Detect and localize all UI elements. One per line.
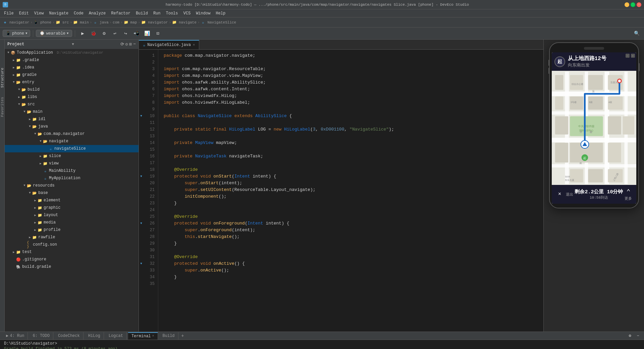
fold-onstart-icon[interactable]: ▼ <box>139 173 144 180</box>
tab-todo[interactable]: 6: TODO <box>29 332 53 340</box>
menu-navigate[interactable]: Navigate <box>46 10 71 16</box>
menu-tools[interactable]: Tools <box>163 10 181 16</box>
tab-terminal[interactable]: Terminal × <box>128 332 158 340</box>
list-item[interactable]: ▶ 📁 .idea <box>5 64 139 71</box>
breadcrumb-phone[interactable]: 📱 phone <box>34 20 51 25</box>
forward-button[interactable]: ↪ <box>121 29 130 38</box>
list-item[interactable]: ▼ 📂 base <box>5 189 139 197</box>
minimize-button[interactable]: − <box>625 2 629 7</box>
device-selector[interactable]: 📱 phone ▼ <box>3 30 30 37</box>
settings-button[interactable]: ⚙ <box>99 29 109 38</box>
breadcrumb-navigateslice[interactable]: ☕ NavigateSlice <box>201 20 236 25</box>
menu-code[interactable]: Code <box>71 10 86 16</box>
list-item[interactable]: ▶ 📁 test <box>5 248 139 256</box>
list-item[interactable]: ▼ 📂 src <box>5 101 139 108</box>
split-button[interactable]: ⊡ <box>153 29 162 38</box>
list-item[interactable]: ▼ 📂 resourcds <box>5 182 139 189</box>
list-item[interactable]: ▶ 🐘 build.gradle <box>5 263 139 270</box>
list-item[interactable]: ▶ 📁 view <box>5 160 139 167</box>
menu-build[interactable]: Build <box>133 10 151 16</box>
list-item[interactable]: ▼ 📂 main <box>5 108 139 115</box>
gear-icon[interactable]: ⚙ <box>125 42 128 47</box>
menu-analyze[interactable]: Analyze <box>86 10 108 16</box>
menu-edit[interactable]: Edit <box>16 10 32 16</box>
list-item[interactable]: ▶ 📁 .gradle <box>5 56 139 64</box>
breadcrumb-main[interactable]: 📁 main <box>73 20 89 25</box>
tab-build[interactable]: Build <box>159 332 178 340</box>
list-item[interactable]: ▼ 📂 com.map.navigator <box>5 130 139 138</box>
favorites-tab[interactable]: Favorites <box>0 96 5 118</box>
close-button[interactable]: × <box>637 2 641 7</box>
list-item[interactable]: ▶ 🔴 .gitignore <box>5 256 139 263</box>
list-item[interactable]: ▶ 📁 slice <box>5 152 139 160</box>
list-item[interactable]: ▼ 📂 build <box>5 86 139 93</box>
sync-icon[interactable]: ⟳ <box>120 42 124 47</box>
breadcrumb-src[interactable]: 📁 src <box>56 20 69 25</box>
menu-vcs[interactable]: VCS <box>181 10 194 16</box>
list-item[interactable]: ▶ 📁 libs <box>5 93 139 101</box>
tab-hilog[interactable]: HiLog <box>85 332 104 340</box>
search-button[interactable]: 🔍 <box>632 29 641 38</box>
tab-codecheck[interactable]: CodeCheck <box>55 332 84 340</box>
phone-close-icon[interactable]: × <box>631 54 635 58</box>
run-button[interactable]: ▶ <box>78 29 87 38</box>
breadcrumb-com[interactable]: com <box>113 20 119 24</box>
breadcrumb-navigator[interactable]: ◈ navigator <box>3 20 29 25</box>
nav-exit-button[interactable]: × 退出 <box>556 190 573 198</box>
tree-root[interactable]: ▼ 📦 TodoApplication D:\HiStudio\navigato… <box>5 49 139 56</box>
terminal-tab-close-icon[interactable]: × <box>152 334 154 338</box>
list-item[interactable]: ▶ 📁 layout <box>5 211 139 219</box>
debug-button[interactable]: 🐞 <box>89 29 98 38</box>
maximize-button[interactable]: □ <box>631 2 635 7</box>
svg-text:起: 起 <box>583 156 586 160</box>
list-item[interactable]: ▶ 📁 media <box>5 219 139 226</box>
terminal-settings-icon[interactable]: ⚙ <box>627 333 633 339</box>
tab-logcat[interactable]: Logcat <box>105 332 127 340</box>
code-content[interactable]: package com.map.navigator.navigate; impo… <box>158 50 543 332</box>
list-item[interactable]: ▶ 📁 idl <box>5 115 139 123</box>
fold-onactive-icon[interactable]: ▼ <box>139 260 144 267</box>
list-item[interactable]: ▼ 📂 entry <box>5 79 139 86</box>
fold-onforeground-icon[interactable]: ▼ <box>139 220 144 227</box>
list-item[interactable]: ▶ 📁 gradle <box>5 71 139 79</box>
expand-icon[interactable]: ⊞ <box>129 42 132 47</box>
breadcrumb-navigate[interactable]: 📁 navigate <box>172 20 197 25</box>
tab-navigateslice[interactable]: ☕ NavigateSlice.java × <box>139 40 199 49</box>
device-manager-button[interactable]: 📲 <box>131 29 141 38</box>
phone-minimize-icon[interactable]: − <box>626 54 630 58</box>
menu-window[interactable]: Window <box>193 10 213 16</box>
list-item[interactable]: ▶ { } config.son <box>5 241 139 248</box>
menu-refactor[interactable]: Refactor <box>108 10 133 16</box>
tab-close-icon[interactable]: × <box>193 43 195 47</box>
list-item[interactable]: ▶ ☕ navigateSlice <box>5 145 139 152</box>
gradle-label: .gradle <box>22 58 39 62</box>
project-header-dropdown[interactable]: ▼ <box>72 42 74 46</box>
menu-help[interactable]: Help <box>213 10 228 16</box>
back-button[interactable]: ↩ <box>110 29 119 38</box>
breadcrumb-map[interactable]: 📁 map <box>124 20 137 25</box>
list-item[interactable]: ▶ 📁 graphic <box>5 204 139 211</box>
nav-more-button[interactable]: ⌃ 更多 <box>625 188 632 201</box>
menu-run[interactable]: Run <box>151 10 163 16</box>
breadcrumb-java[interactable]: ☕ java <box>93 20 108 25</box>
fold-class-icon[interactable]: ▼ <box>139 113 144 119</box>
tab-run[interactable]: ▶ 4: Run <box>3 332 28 340</box>
list-item[interactable]: ▶ ☕ MyApplication <box>5 174 139 182</box>
wearable-selector[interactable]: ⌚ wearable ▼ <box>36 30 72 37</box>
list-item[interactable]: ▶ ☕ MainAbility <box>5 167 139 174</box>
nav-footer: × 退出 剩余2.2公里 10分钟 10:58到达 ⌃ 更多 <box>552 185 636 204</box>
add-terminal-tab-button[interactable]: + <box>180 333 186 339</box>
list-item[interactable]: ▼ 📂 java <box>5 123 139 130</box>
list-item[interactable]: ▶ 📁 element <box>5 197 139 204</box>
list-item[interactable]: ▼ 📂 navigate <box>5 138 139 145</box>
breadcrumb-navigator2[interactable]: 📁 navigator <box>141 20 168 25</box>
element-arrow-icon: ▶ <box>33 198 38 203</box>
structure-tab[interactable]: Structure <box>0 66 5 89</box>
collapse-sidebar-icon[interactable]: − <box>133 42 136 47</box>
menu-view[interactable]: View <box>32 10 47 16</box>
menu-file[interactable]: File <box>1 10 16 16</box>
list-item[interactable]: ▶ 📁 profile <box>5 226 139 234</box>
list-item[interactable]: ▶ 📁 rawfile <box>5 234 139 241</box>
terminal-minimize-icon[interactable]: − <box>635 333 641 339</box>
profile-button[interactable]: 📊 <box>142 29 152 38</box>
